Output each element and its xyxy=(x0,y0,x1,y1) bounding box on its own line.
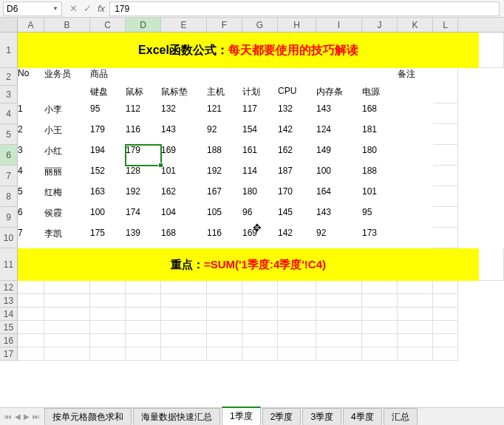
cell-J4[interactable]: 168 xyxy=(362,103,398,124)
cell-K8[interactable] xyxy=(398,186,433,207)
row-header-8[interactable]: 8 xyxy=(0,186,18,207)
cell-G12[interactable] xyxy=(242,281,278,294)
cell-name-8[interactable]: 红梅 xyxy=(44,186,90,207)
row-header-15[interactable]: 15 xyxy=(0,321,18,334)
cell-D7[interactable]: 128 xyxy=(126,166,161,186)
col-header-J[interactable]: J xyxy=(362,18,398,32)
cell-K10[interactable] xyxy=(398,228,433,248)
cell-J16[interactable] xyxy=(362,334,398,347)
row-header-14[interactable]: 14 xyxy=(0,307,18,321)
cell-B13[interactable] xyxy=(44,294,90,307)
sheet-tab-6[interactable]: 汇总 xyxy=(384,408,418,425)
row-header-11[interactable]: 11 xyxy=(0,248,18,281)
cell-no-5[interactable]: 2 xyxy=(18,124,44,145)
cell-D17[interactable] xyxy=(126,347,161,361)
cell-C6[interactable]: 194 xyxy=(90,145,126,166)
subheader-4[interactable]: 计划 xyxy=(242,86,278,103)
cell-K13[interactable] xyxy=(398,294,433,307)
cell-K5[interactable] xyxy=(398,124,433,145)
cell-F15[interactable] xyxy=(207,321,242,334)
cell-C16[interactable] xyxy=(90,334,126,347)
cell-E7[interactable]: 101 xyxy=(161,166,207,186)
cell-E6[interactable]: 169 xyxy=(161,145,207,166)
cell-C5[interactable]: 179 xyxy=(90,124,126,145)
cell-F4[interactable]: 121 xyxy=(207,103,242,124)
cell-I9[interactable]: 143 xyxy=(316,207,362,228)
cell-name-9[interactable]: 侯霞 xyxy=(44,207,90,228)
cell-H6[interactable]: 162 xyxy=(278,145,316,166)
cell-F6[interactable]: 188 xyxy=(207,145,242,166)
cell-J14[interactable] xyxy=(362,307,398,321)
cell-E16[interactable] xyxy=(161,334,207,347)
cell-B14[interactable] xyxy=(44,307,90,321)
cell-E15[interactable] xyxy=(161,321,207,334)
cell-G17[interactable] xyxy=(242,347,278,361)
subheader-1[interactable]: 鼠标 xyxy=(126,86,161,103)
cell-F7[interactable]: 192 xyxy=(207,166,242,186)
cell-G8[interactable]: 180 xyxy=(242,186,278,207)
cell-H13[interactable] xyxy=(278,294,316,307)
cell-H8[interactable]: 170 xyxy=(278,186,316,207)
cell-D14[interactable] xyxy=(126,307,161,321)
col-header-A[interactable]: A xyxy=(18,18,44,32)
fx-icon[interactable]: fx xyxy=(98,3,105,14)
cell-no-10[interactable]: 7 xyxy=(18,228,44,248)
cell-C17[interactable] xyxy=(90,347,126,361)
sheet-tab-4[interactable]: 3季度 xyxy=(302,408,341,425)
cell-C10[interactable]: 175 xyxy=(90,228,126,248)
cell-G6[interactable]: 161 xyxy=(242,145,278,166)
cell-H17[interactable] xyxy=(278,347,316,361)
row-header-3[interactable]: 3 xyxy=(0,86,18,103)
select-all-corner[interactable] xyxy=(0,18,18,32)
cell-G7[interactable]: 114 xyxy=(242,166,278,186)
cell-F12[interactable] xyxy=(207,281,242,294)
cell-K14[interactable] xyxy=(398,307,433,321)
cell-no-6[interactable]: 3 xyxy=(18,145,44,166)
cell-H5[interactable]: 142 xyxy=(278,124,316,145)
tab-nav-last-icon[interactable]: ⏭ xyxy=(33,412,40,421)
row-header-16[interactable]: 16 xyxy=(0,334,18,347)
col-header-B[interactable]: B xyxy=(44,18,90,32)
cell-no-9[interactable]: 6 xyxy=(18,207,44,228)
cell-L1[interactable] xyxy=(479,33,504,68)
cell-F9[interactable]: 105 xyxy=(207,207,242,228)
cell-J17[interactable] xyxy=(362,347,398,361)
cell-L10[interactable] xyxy=(433,228,458,248)
cell-C15[interactable] xyxy=(90,321,126,334)
cell-E17[interactable] xyxy=(161,347,207,361)
cell-C14[interactable] xyxy=(90,307,126,321)
subheader-0[interactable]: 键盘 xyxy=(90,86,126,103)
cell-G4[interactable]: 117 xyxy=(242,103,278,124)
header-remark[interactable]: 备注 xyxy=(398,68,433,103)
cell-C4[interactable]: 95 xyxy=(90,103,126,124)
cell-D15[interactable] xyxy=(126,321,161,334)
cell-D12[interactable] xyxy=(126,281,161,294)
cell-C12[interactable] xyxy=(90,281,126,294)
cell-name-6[interactable]: 小红 xyxy=(44,145,90,166)
cell-D10[interactable]: 139 xyxy=(126,228,161,248)
cell-D6[interactable]: 179 xyxy=(126,145,161,166)
chevron-down-icon[interactable]: ▼ xyxy=(52,5,58,12)
cell-D4[interactable]: 112 xyxy=(126,103,161,124)
subheader-3[interactable]: 主机 xyxy=(207,86,242,103)
cell-J15[interactable] xyxy=(362,321,398,334)
cell-F13[interactable] xyxy=(207,294,242,307)
cell-G13[interactable] xyxy=(242,294,278,307)
confirm-icon[interactable]: ✓ xyxy=(84,3,92,14)
row-header-5[interactable]: 5 xyxy=(0,124,18,145)
cell-I14[interactable] xyxy=(316,307,362,321)
cell-C9[interactable]: 100 xyxy=(90,207,126,228)
col-header-G[interactable]: G xyxy=(242,18,278,32)
cell-G16[interactable] xyxy=(242,334,278,347)
cell-B16[interactable] xyxy=(44,334,90,347)
cell-K12[interactable] xyxy=(398,281,433,294)
cell-I4[interactable]: 143 xyxy=(316,103,362,124)
row-header-1[interactable]: 1 xyxy=(0,33,18,68)
cell-name-7[interactable]: 丽丽 xyxy=(44,166,90,186)
cell-no-8[interactable]: 5 xyxy=(18,186,44,207)
cell-I16[interactable] xyxy=(316,334,362,347)
cancel-icon[interactable]: ✕ xyxy=(69,3,78,14)
cell-L6[interactable] xyxy=(433,145,458,166)
cell-name-4[interactable]: 小李 xyxy=(44,103,90,124)
cell-F8[interactable]: 167 xyxy=(207,186,242,207)
